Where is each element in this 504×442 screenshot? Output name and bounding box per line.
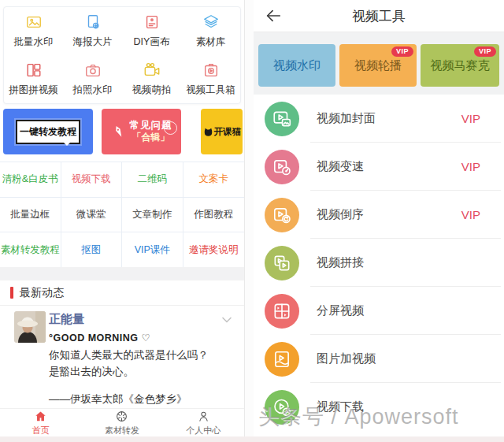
list-item-label: 视频倒序	[317, 207, 364, 222]
link-cell[interactable]: 二维码	[122, 162, 183, 198]
post-author[interactable]: 正能量	[49, 312, 84, 327]
video-tools-list: 视频加封面 VIP 视频变速 VIP 视频倒序 VIP 视频拼接 分屏视频	[254, 95, 504, 431]
grid-item-label: 拍照水印	[73, 84, 113, 97]
link-cell[interactable]: 抠图	[61, 232, 123, 268]
grid-item-batch-watermark[interactable]: 批量水印	[4, 7, 63, 55]
grid-item-label: 批量水印	[14, 35, 54, 49]
grid-item-collage-video[interactable]: 拼图拼视频	[4, 55, 63, 103]
banner-row: 一键转发教程 常见问题 「合辑」 开课猫	[0, 109, 244, 154]
chevron-down-icon[interactable]	[219, 312, 235, 328]
grid-item-diy-canvas[interactable]: DIY画布	[122, 7, 181, 55]
tab-band: 视频水印 视频轮播 VIP 视频马赛克 VIP	[254, 32, 504, 95]
image-to-video-icon	[265, 342, 299, 377]
tab-label: 视频水印	[273, 58, 321, 73]
grid-item-label: 素材库	[196, 35, 226, 49]
list-item-label: 视频加封面	[317, 111, 376, 126]
list-item-video-splice[interactable]: 视频拼接	[254, 239, 504, 287]
canvas-icon	[143, 13, 161, 31]
video-camera-icon	[143, 61, 161, 79]
grid-item-video-toolbox[interactable]: 视频工具箱	[181, 55, 240, 103]
bottom-strip	[0, 436, 504, 442]
video-splice-icon	[265, 246, 299, 280]
grid-item-label: 海报大片	[73, 35, 113, 49]
tab-video-watermark[interactable]: 视频水印	[258, 44, 335, 87]
link-cell[interactable]: 文章制作	[122, 198, 183, 233]
post-line: ——伊坂幸太郎《金色梦乡》	[49, 391, 236, 407]
nav-label: 个人中心	[186, 425, 220, 436]
video-reverse-icon	[265, 198, 299, 232]
link-cell[interactable]: 文案卡	[183, 162, 245, 198]
grid-item-video-cute-shot[interactable]: 视频萌拍	[122, 55, 181, 103]
link-cell[interactable]: 批量边框	[0, 198, 61, 233]
nav-label: 首页	[32, 425, 50, 436]
video-tools-header: 视频工具	[254, 0, 504, 32]
person-icon	[197, 410, 210, 423]
grid-item-label: DIY画布	[134, 35, 170, 49]
nav-item-material-forward[interactable]: 素材转发	[81, 409, 162, 437]
link-cell[interactable]: VIP课件	[122, 232, 183, 268]
back-arrow-icon[interactable]	[265, 7, 282, 24]
list-item-split-screen[interactable]: 分屏视频	[254, 287, 504, 335]
link-cell[interactable]: 清粉&白皮书	[0, 162, 61, 198]
video-speed-icon	[265, 150, 299, 184]
aperture-icon	[115, 410, 128, 423]
pen-icon	[111, 121, 127, 142]
vip-badge: VIP	[391, 46, 413, 57]
list-item-label: 分屏视频	[317, 303, 364, 318]
section-separator	[0, 267, 244, 280]
left-screen: 批量水印 海报大片 DIY画布 素材库 拼图拼视频 拍照水印	[0, 0, 244, 442]
section-accent-bar	[10, 287, 13, 299]
tab-video-mosaic[interactable]: 视频马赛克 VIP	[421, 44, 499, 87]
link-cell[interactable]: 素材转发教程	[0, 232, 61, 268]
tools-grid: 批量水印 海报大片 DIY画布 素材库 拼图拼视频 拍照水印	[3, 6, 241, 104]
feed-post[interactable]: 正能量 °GOOD MORNING ♡ 你知道人类最大的武器是什么吗？ 是豁出去…	[0, 306, 244, 408]
grid-item-label: 拼图拼视频	[9, 84, 58, 97]
cat-icon	[202, 126, 214, 138]
bottom-nav: 首页 素材转发 个人中心	[0, 408, 244, 437]
grid-item-photo-watermark[interactable]: 拍照水印	[63, 55, 122, 103]
camera-icon	[84, 61, 102, 79]
grid-item-poster[interactable]: 海报大片	[63, 7, 122, 55]
banner-label-line2: 「合辑」	[132, 132, 170, 143]
banner-one-key-forward[interactable]: 一键转发教程	[3, 109, 93, 154]
tab-label: 视频马赛克	[431, 58, 490, 73]
list-item-label: 视频下载	[317, 399, 364, 414]
link-cell[interactable]: 作图教程	[183, 198, 245, 233]
video-cover-icon	[265, 102, 299, 136]
right-screen: 视频工具 视频水印 视频轮播 VIP 视频马赛克 VIP 视频加封面 VIP	[254, 0, 504, 442]
tab-label: 视频轮播	[354, 58, 402, 73]
banner-kaikemao[interactable]: 开课猫	[201, 109, 243, 154]
banner-label: 开课猫	[214, 126, 242, 138]
post-line: 你知道人类最大的武器是什么吗？	[49, 347, 236, 363]
list-item-label: 视频拼接	[317, 255, 364, 270]
tab-video-carousel[interactable]: 视频轮播 VIP	[339, 44, 417, 87]
list-item-video-speed[interactable]: 视频变速 VIP	[254, 143, 504, 191]
nav-item-profile[interactable]: 个人中心	[163, 409, 244, 437]
post-line: 是豁出去的决心。	[49, 363, 236, 380]
banner-circle-badge	[164, 121, 177, 135]
banner-faq-collection[interactable]: 常见问题 「合辑」	[102, 109, 181, 154]
link-cell[interactable]: 微课堂	[61, 198, 123, 233]
vip-tag: VIP	[461, 112, 480, 125]
list-item-image-to-video[interactable]: 图片加视频	[254, 335, 504, 383]
list-item-video-download[interactable]: 视频下载	[254, 383, 504, 431]
avatar[interactable]	[14, 311, 46, 343]
camera-box-icon	[202, 61, 220, 79]
nav-item-home[interactable]: 首页	[0, 409, 81, 437]
grid-item-label: 视频萌拍	[132, 84, 172, 97]
split-screen-icon	[265, 294, 299, 329]
section-title: 最新动态	[20, 286, 64, 300]
nav-label: 素材转发	[105, 425, 139, 436]
home-icon	[34, 410, 47, 423]
link-cell[interactable]: 视频下载	[61, 162, 123, 198]
list-item-video-cover[interactable]: 视频加封面 VIP	[254, 95, 504, 143]
page-title: 视频工具	[352, 7, 406, 25]
list-item-video-reverse[interactable]: 视频倒序 VIP	[254, 191, 504, 239]
grid-item-material-library[interactable]: 素材库	[181, 7, 240, 55]
screenshot-canvas: 批量水印 海报大片 DIY画布 素材库 拼图拼视频 拍照水印	[0, 0, 504, 442]
vip-badge: VIP	[474, 46, 496, 57]
link-cell[interactable]: 邀请奖说明	[183, 232, 245, 268]
banner-label: 一键转发教程	[16, 120, 80, 144]
post-body: °GOOD MORNING ♡ 你知道人类最大的武器是什么吗？ 是豁出去的决心。…	[49, 330, 236, 407]
links-table: 清粉&白皮书 视频下载 二维码 文案卡 批量边框 微课堂 文章制作 作图教程 素…	[0, 162, 244, 269]
